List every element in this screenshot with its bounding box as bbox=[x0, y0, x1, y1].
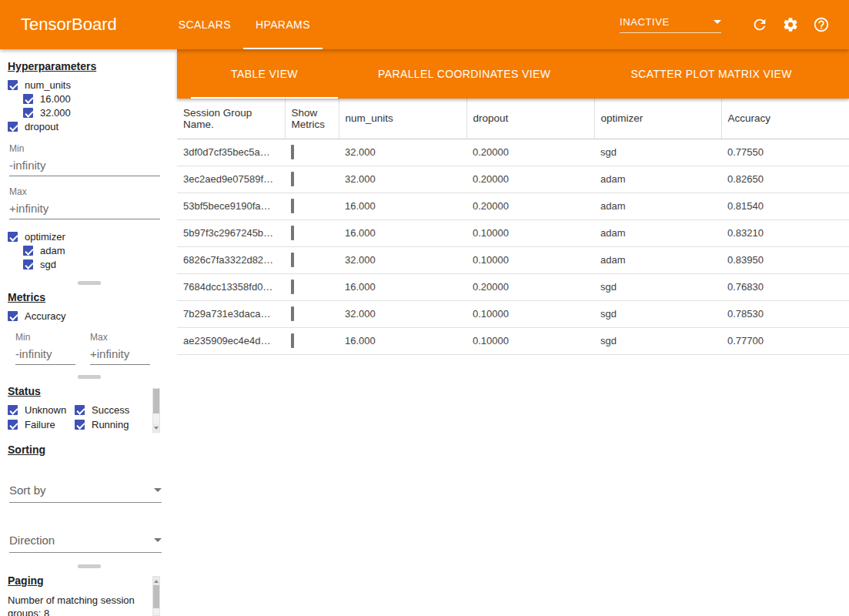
metric-max-input[interactable] bbox=[90, 346, 150, 365]
metrics-section: Metrics Accuracy Min Max bbox=[8, 291, 171, 365]
optimizer-value: sgd bbox=[594, 300, 721, 327]
sort-by-dropdown[interactable]: Sort by bbox=[9, 484, 162, 503]
num-units-16-checkbox[interactable] bbox=[23, 94, 33, 104]
dropout-value: 0.20000 bbox=[466, 139, 594, 166]
help-button[interactable] bbox=[812, 15, 831, 34]
optimizer-adam-label[interactable]: adam bbox=[40, 245, 65, 256]
optimizer-value: sgd bbox=[594, 139, 721, 166]
scrollbar-thumb[interactable] bbox=[153, 585, 159, 608]
tab-parallel-coordinates-view[interactable]: PARALLEL COORDINATES VIEW bbox=[338, 49, 590, 99]
optimizer-label[interactable]: optimizer bbox=[25, 231, 65, 243]
dropout-label[interactable]: dropout bbox=[25, 121, 58, 132]
section-resize-handle[interactable] bbox=[78, 281, 101, 285]
num-units-value: 32.000 bbox=[339, 139, 466, 166]
accuracy-value: 0.82650 bbox=[721, 166, 849, 192]
settings-button[interactable] bbox=[781, 15, 800, 34]
show-metrics-cell bbox=[285, 273, 339, 300]
session-group-name: 53bf5bece9190fa… bbox=[177, 192, 285, 219]
matching-groups-text: Number of matching session groups: 8 bbox=[8, 594, 151, 616]
num-units-label[interactable]: num_units bbox=[25, 79, 71, 91]
scrollbar-thumb[interactable] bbox=[153, 389, 159, 413]
main-nav-tabs: SCALARS HPARAMS bbox=[166, 0, 323, 49]
optimizer-adam-checkbox[interactable] bbox=[23, 246, 33, 256]
show-metrics-checkbox[interactable] bbox=[291, 253, 294, 267]
dropout-min-input[interactable] bbox=[9, 158, 160, 176]
dropout-max-field: Max bbox=[9, 186, 160, 219]
optimizer-value: adam bbox=[594, 219, 721, 246]
status-unknown-label[interactable]: Unknown bbox=[25, 404, 66, 416]
table-row: 5b97f3c2967245b… 16.000 0.10000 adam 0.8… bbox=[177, 219, 849, 246]
metric-minmax-row: Min Max bbox=[15, 332, 171, 365]
num-units-checkbox[interactable] bbox=[8, 80, 18, 90]
show-metrics-checkbox[interactable] bbox=[291, 226, 294, 240]
col-header-session-group-name[interactable]: Session Group Name. bbox=[177, 99, 285, 139]
optimizer-sgd-label[interactable]: sgd bbox=[40, 259, 56, 270]
show-metrics-cell bbox=[285, 166, 339, 192]
status-running-label[interactable]: Running bbox=[92, 419, 129, 430]
status-failure-label[interactable]: Failure bbox=[25, 419, 55, 430]
show-metrics-checkbox[interactable] bbox=[291, 306, 294, 321]
section-resize-handle[interactable] bbox=[78, 564, 101, 568]
metric-min-input[interactable] bbox=[15, 346, 75, 365]
direction-dropdown[interactable]: Direction bbox=[9, 534, 162, 553]
optimizer-checkbox[interactable] bbox=[8, 232, 18, 242]
accuracy-checkbox[interactable] bbox=[8, 311, 18, 321]
accuracy-value: 0.76830 bbox=[721, 273, 849, 300]
view-tabs: TABLE VIEW PARALLEL COORDINATES VIEW SCA… bbox=[177, 49, 849, 99]
accuracy-label[interactable]: Accuracy bbox=[25, 310, 65, 322]
status-scrollbar[interactable] bbox=[152, 388, 160, 433]
optimizer-sgd-checkbox[interactable] bbox=[23, 259, 33, 270]
table-row: 53bf5bece9190fa… 16.000 0.20000 adam 0.8… bbox=[177, 192, 849, 219]
num-units-32-label[interactable]: 32.000 bbox=[40, 107, 71, 119]
direction-value: Direction bbox=[9, 534, 55, 547]
hyperparameters-title: Hyperparameters bbox=[8, 60, 171, 72]
show-metrics-cell bbox=[285, 327, 339, 354]
status-success-checkbox[interactable] bbox=[75, 405, 85, 415]
hparam-value-row: sgd bbox=[23, 257, 171, 271]
col-header-optimizer[interactable]: optimizer bbox=[594, 99, 721, 139]
hparam-row: num_units bbox=[8, 78, 171, 92]
dropout-checkbox[interactable] bbox=[8, 122, 18, 132]
status-row: Failure bbox=[8, 417, 75, 431]
tab-scalars[interactable]: SCALARS bbox=[166, 0, 243, 49]
status-failure-checkbox[interactable] bbox=[8, 420, 18, 430]
paging-section: Paging Number of matching session groups… bbox=[8, 574, 171, 616]
hparams-main-view: TABLE VIEW PARALLEL COORDINATES VIEW SCA… bbox=[177, 49, 849, 616]
scroll-up-button[interactable] bbox=[153, 577, 159, 585]
tab-scatter-plot-matrix-view[interactable]: SCATTER PLOT MATRIX VIEW bbox=[590, 49, 832, 99]
metrics-title: Metrics bbox=[8, 291, 171, 303]
show-metrics-cell bbox=[285, 139, 339, 166]
status-unknown-checkbox[interactable] bbox=[8, 405, 18, 415]
refresh-button[interactable] bbox=[750, 15, 769, 34]
show-metrics-checkbox[interactable] bbox=[291, 333, 294, 348]
reload-mode-value: INACTIVE bbox=[620, 16, 670, 28]
reload-mode-select[interactable]: INACTIVE bbox=[620, 16, 721, 33]
tab-table-view[interactable]: TABLE VIEW bbox=[191, 49, 338, 99]
arrow-down-icon bbox=[154, 427, 159, 430]
sorting-title: Sorting bbox=[8, 444, 171, 456]
table-row: 6826c7fa3322d82… 32.000 0.10000 adam 0.8… bbox=[177, 246, 849, 273]
col-header-num-units[interactable]: num_units bbox=[339, 99, 466, 139]
paging-scrollbar[interactable] bbox=[152, 576, 160, 616]
status-running-checkbox[interactable] bbox=[75, 420, 85, 430]
scroll-down-button[interactable] bbox=[153, 424, 159, 432]
show-metrics-checkbox[interactable] bbox=[291, 280, 294, 294]
optimizer-value: adam bbox=[594, 166, 721, 192]
show-metrics-checkbox[interactable] bbox=[291, 145, 294, 159]
col-header-show-metrics[interactable]: Show Metrics bbox=[285, 99, 339, 139]
tab-hparams[interactable]: HPARAMS bbox=[243, 0, 323, 49]
paging-title: Paging bbox=[8, 574, 171, 587]
section-resize-handle[interactable] bbox=[78, 375, 101, 379]
session-group-name: 3df0d7cf35bec5a… bbox=[177, 139, 285, 166]
dropout-max-input[interactable] bbox=[9, 201, 160, 219]
optimizer-value: adam bbox=[594, 246, 721, 273]
num-units-32-checkbox[interactable] bbox=[23, 108, 33, 118]
session-group-name: 3ec2aed9e07589f… bbox=[177, 166, 285, 192]
status-success-label[interactable]: Success bbox=[92, 404, 129, 416]
col-header-accuracy[interactable]: Accuracy bbox=[721, 99, 849, 139]
show-metrics-checkbox[interactable] bbox=[291, 172, 294, 186]
num-units-16-label[interactable]: 16.000 bbox=[40, 93, 71, 105]
col-header-dropout[interactable]: dropout bbox=[466, 99, 594, 139]
accuracy-value: 0.78530 bbox=[721, 300, 849, 327]
show-metrics-checkbox[interactable] bbox=[291, 199, 294, 213]
